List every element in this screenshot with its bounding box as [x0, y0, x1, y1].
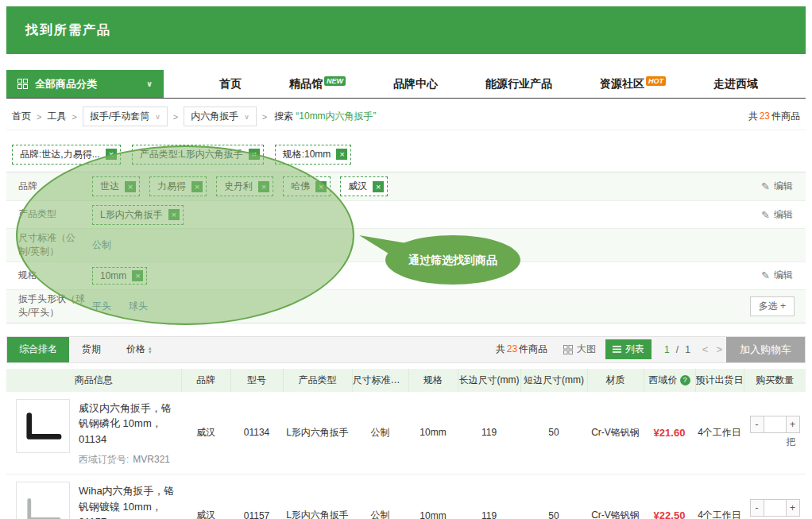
cell-short-size: 50: [520, 392, 587, 474]
product-sku: 西域订货号:MVR321: [79, 453, 179, 467]
type-tag: L形内六角扳手×: [92, 205, 184, 225]
quantity-increase-button[interactable]: +: [786, 500, 799, 516]
page-total: 1: [685, 344, 690, 355]
sort-comprehensive[interactable]: 综合排名: [7, 337, 69, 362]
close-icon[interactable]: ×: [258, 181, 269, 192]
search-label: 搜索: [274, 110, 293, 123]
hex-key-image: [22, 409, 64, 443]
col-price: 西域价?: [644, 369, 695, 392]
quantity-input[interactable]: [764, 500, 786, 516]
sort-arrows-icon: ▴▾: [149, 346, 152, 354]
close-icon[interactable]: ×: [106, 149, 117, 160]
all-categories-label: 全部商品分类: [35, 77, 97, 91]
col-quantity: 购买数量: [744, 369, 806, 392]
multi-select-button[interactable]: 多选 +: [750, 296, 795, 316]
prev-page-button[interactable]: <: [698, 343, 713, 355]
brand-tag: 史丹利×: [216, 176, 273, 196]
col-spec: 规格: [408, 369, 458, 392]
cell-model: 01134: [230, 392, 283, 474]
edit-icon: ✎: [761, 180, 770, 192]
shape-option-ball[interactable]: 球头: [129, 300, 148, 313]
brand-tag: 威汉×: [340, 176, 388, 196]
question-icon[interactable]: ?: [680, 375, 690, 385]
close-icon[interactable]: ×: [373, 181, 384, 192]
view-list-toggle[interactable]: 列表: [605, 339, 652, 359]
breadcrumb-tools[interactable]: 工具: [47, 110, 66, 123]
chevron-down-icon: ∨: [146, 79, 153, 88]
cell-lead-time: 4个工作日: [695, 474, 744, 519]
view-large-toggle[interactable]: 大图: [563, 343, 596, 356]
filter-label: 尺寸标准（公制/英制）: [6, 231, 86, 259]
quantity-increase-button[interactable]: +: [786, 416, 799, 432]
quantity-control: - + 把: [750, 499, 800, 519]
nav-item-resource-community[interactable]: 资源社区HOT: [576, 77, 690, 91]
quantity-decrease-button[interactable]: -: [751, 500, 764, 516]
close-icon[interactable]: ×: [168, 209, 180, 220]
standard-option-metric[interactable]: 公制: [92, 238, 111, 252]
filter-panel: 品牌 世达× 力易得× 史丹利× 哈佛× 威汉× ✎ 编辑 产品类型 L形内六角…: [6, 172, 806, 323]
product-image[interactable]: [16, 399, 70, 453]
sort-toolbar: 综合排名 货期 价格 ▴▾ 共23件商品 大图: [6, 336, 806, 363]
product-title[interactable]: Wiha内六角扳手，铬钒钢镀镍 10mm，01157: [79, 483, 179, 519]
quantity-decrease-button[interactable]: -: [751, 416, 764, 432]
cell-spec: 10mm: [408, 392, 458, 474]
multi-select-button-wrap: 多选 +: [750, 296, 806, 316]
edit-spec-button[interactable]: ✎ 编辑: [761, 269, 806, 282]
main-nav: 全部商品分类 ∨ 首页 精品馆NEW 品牌中心 能源行业产品 资源社区HOT 走…: [6, 70, 806, 99]
edit-icon: ✎: [761, 209, 770, 221]
cell-material: Cr-V铬钒钢: [587, 474, 644, 519]
search-term: “10mm内六角扳手”: [296, 110, 376, 123]
nav-items: 首页 精品馆NEW 品牌中心 能源行业产品 资源社区HOT 走进西域: [164, 70, 806, 98]
applied-filter-brand: 品牌:世达,力易得... ×: [12, 145, 121, 165]
sort-lead-time[interactable]: 货期: [69, 337, 114, 362]
quantity-control: - + 把: [750, 416, 800, 449]
breadcrumb-home[interactable]: 首页: [12, 110, 31, 123]
nav-item-about[interactable]: 走进西域: [690, 77, 782, 91]
hero-banner: 找到所需产品: [6, 6, 806, 54]
quantity-stepper: - +: [750, 499, 800, 517]
unit-label: 把: [750, 436, 800, 449]
close-icon[interactable]: ×: [191, 181, 203, 192]
nav-item-home[interactable]: 首页: [195, 77, 265, 91]
cell-brand: 威汉: [181, 392, 230, 474]
filter-label: 扳手头形状（球头/平头）: [6, 292, 86, 320]
close-icon[interactable]: ×: [336, 149, 347, 160]
page: 找到所需产品 全部商品分类 ∨ 首页 精品馆NEW 品牌中心 能源行业产品 资源…: [0, 0, 812, 519]
all-categories-button[interactable]: 全部商品分类 ∨: [6, 70, 164, 98]
cell-standard: 公制: [352, 392, 408, 474]
nav-item-boutique[interactable]: 精品馆NEW: [265, 77, 369, 91]
nav-item-brand-center[interactable]: 品牌中心: [369, 77, 462, 91]
breadcrumb-separator: >: [72, 112, 76, 122]
filter-values: 10mm×: [86, 267, 761, 285]
close-icon[interactable]: ×: [125, 181, 136, 192]
next-page-button[interactable]: >: [712, 343, 726, 355]
edit-type-button[interactable]: ✎ 编辑: [761, 208, 806, 222]
page-current: 1: [664, 344, 670, 355]
brand-tag: 世达×: [92, 176, 140, 196]
cell-short-size: 50: [520, 474, 587, 519]
close-icon[interactable]: ×: [315, 181, 327, 192]
product-table: 商品信息 品牌 型号 产品类型 尺寸标准（公… 规格 长边尺寸(mm) 短边尺寸…: [6, 369, 806, 519]
sort-price[interactable]: 价格 ▴▾: [114, 337, 164, 362]
quantity-input[interactable]: [764, 416, 786, 432]
brand-tag: 哈佛×: [283, 176, 331, 196]
banner-title: 找到所需产品: [25, 22, 111, 39]
applied-filter-spec: 规格:10mm ×: [275, 145, 352, 165]
filter-values: 世达× 力易得× 史丹利× 哈佛× 威汉×: [86, 176, 761, 196]
nav-item-energy-products[interactable]: 能源行业产品: [462, 77, 576, 91]
cell-lead-time: 4个工作日: [695, 392, 744, 474]
close-icon[interactable]: ×: [132, 270, 143, 281]
breadcrumb: 首页 > 工具 > 扳手/手动套筒 ∨ > 内六角扳手 ∨ > 搜索 “10mm…: [6, 103, 806, 130]
cell-long-size: 119: [458, 474, 520, 519]
product-title[interactable]: 威汉内六角扳手，铬钒钢磷化 10mm，01134: [79, 401, 179, 447]
filter-label: 产品类型: [6, 207, 86, 221]
brand-tag: 力易得×: [149, 176, 207, 196]
breadcrumb-dropdown-wrench-category[interactable]: 扳手/手动套筒 ∨: [83, 107, 168, 126]
shape-option-flat[interactable]: 平头: [92, 300, 111, 313]
close-icon[interactable]: ×: [249, 149, 260, 160]
product-image[interactable]: [16, 482, 70, 519]
breadcrumb-dropdown-hex-wrench[interactable]: 内六角扳手 ∨: [184, 107, 257, 126]
edit-brand-button[interactable]: ✎ 编辑: [761, 180, 806, 193]
add-to-cart-button[interactable]: 加入购物车: [726, 337, 805, 362]
grid-view-icon: [563, 345, 573, 354]
